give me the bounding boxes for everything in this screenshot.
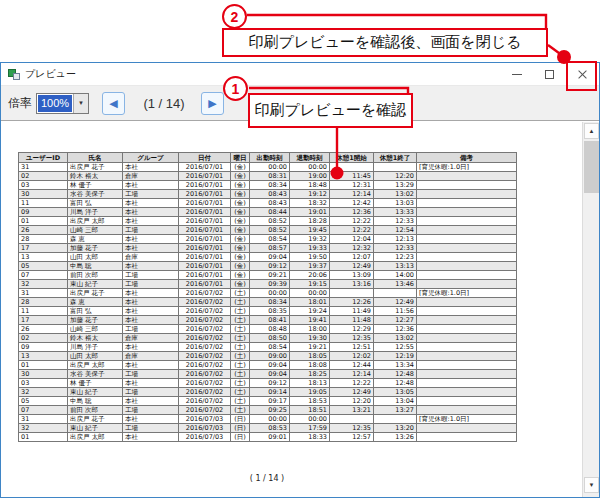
table-cell: 13:46	[374, 280, 417, 289]
column-header: 曜日	[231, 153, 250, 163]
table-cell: 2016/07/01	[179, 226, 231, 235]
close-button[interactable]	[566, 63, 599, 85]
table-cell: 11	[19, 307, 68, 316]
table-cell: 00:00	[250, 163, 290, 172]
table-cell: 19:12	[290, 190, 330, 199]
table-cell: 林 優子	[68, 379, 123, 388]
table-row: 26山崎 三郎工場2016/07/01(金)08:5219:4512:2212:…	[19, 226, 517, 235]
table-cell: 2016/07/03	[179, 415, 231, 424]
scrollbar-thumb[interactable]	[584, 141, 599, 193]
arrow-left-icon: ◀	[109, 97, 117, 110]
table-cell: 08:50	[250, 334, 290, 343]
table-cell: 中島 聡	[68, 397, 123, 406]
table-cell: 12:26	[330, 298, 374, 307]
table-cell: 2016/07/03	[179, 424, 231, 433]
table-row: 30水谷 美保子工場2016/07/01(金)08:4319:1212:1413…	[19, 190, 517, 199]
table-cell: 12:02	[330, 352, 374, 361]
table-cell: 18:00	[290, 325, 330, 334]
table-cell: (土)	[231, 352, 250, 361]
table-cell	[417, 190, 517, 199]
table-cell: 加藤 花子	[68, 316, 123, 325]
table-cell: 2016/07/01	[179, 244, 231, 253]
vertical-scrollbar[interactable]: ▲ ▼	[582, 122, 599, 497]
table-row: 31出戻戸 花子本社2016/07/02(土)00:0000:00[育児休暇:1…	[19, 289, 517, 298]
table-cell: 水谷 美保子	[68, 190, 123, 199]
table-cell: 02	[19, 334, 68, 343]
report-page: ユーザーID氏名グループ日付曜日出勤時刻退勤時刻休憩1開始休憩1終了備考 31出…	[18, 152, 517, 442]
table-cell: 32	[19, 280, 68, 289]
combo-dropdown-button[interactable]: ▼	[73, 94, 88, 113]
table-cell: 13	[19, 352, 68, 361]
table-cell: 08:52	[250, 226, 290, 235]
table-cell: 本社	[123, 415, 179, 424]
table-cell: 本社	[123, 217, 179, 226]
table-cell	[417, 325, 517, 334]
table-cell: 09:00	[250, 352, 290, 361]
table-row: 05中島 聡本社2016/07/01(金)09:1219:3712:4913:1…	[19, 262, 517, 271]
table-cell: 川島 洋子	[68, 208, 123, 217]
chevron-down-icon: ▼	[78, 100, 84, 106]
table-cell: 08:53	[250, 424, 290, 433]
table-cell: 12:51	[330, 343, 374, 352]
table-cell	[417, 424, 517, 433]
table-cell: 00:00	[290, 289, 330, 298]
table-cell: 26	[19, 325, 68, 334]
table-cell: 01	[19, 433, 68, 442]
table-cell: 倉庫	[123, 172, 179, 181]
scroll-down-button[interactable]: ▼	[584, 477, 599, 493]
table-cell: 18:13	[290, 379, 330, 388]
table-cell: 本社	[123, 235, 179, 244]
table-cell: 2016/07/01	[179, 262, 231, 271]
table-cell: 13:20	[374, 424, 417, 433]
table-cell: 12:36	[374, 325, 417, 334]
column-header: 氏名	[68, 153, 123, 163]
maximize-button[interactable]	[533, 63, 566, 85]
scroll-up-button[interactable]: ▲	[584, 123, 599, 139]
table-cell: 東山 紀子	[68, 388, 123, 397]
table-cell: (金)	[231, 253, 250, 262]
table-cell: 本社	[123, 244, 179, 253]
table-cell: 倉庫	[123, 253, 179, 262]
step-2-badge: 2	[222, 4, 247, 29]
table-cell: 13:02	[374, 190, 417, 199]
table-cell: 2016/07/01	[179, 199, 231, 208]
table-cell: 2016/07/01	[179, 190, 231, 199]
table-cell: 12:35	[330, 424, 374, 433]
table-cell: (土)	[231, 289, 250, 298]
table-cell: 18:05	[290, 352, 330, 361]
table-cell: 2016/07/02	[179, 298, 231, 307]
table-cell: 13:16	[330, 280, 374, 289]
table-cell: 09	[19, 343, 68, 352]
table-cell: 本社	[123, 361, 179, 370]
table-cell: 12:20	[374, 172, 417, 181]
table-cell: 2016/07/02	[179, 289, 231, 298]
table-cell: 17	[19, 316, 68, 325]
maximize-icon	[545, 70, 554, 79]
table-cell: 00:00	[250, 289, 290, 298]
table-cell: 07	[19, 406, 68, 415]
previous-page-button[interactable]: ◀	[102, 92, 125, 115]
table-cell: 2016/07/01	[179, 208, 231, 217]
table-cell: 08:31	[250, 172, 290, 181]
table-cell: 工場	[123, 226, 179, 235]
table-cell: 08:54	[250, 235, 290, 244]
table-cell: (土)	[231, 334, 250, 343]
minimize-button[interactable]	[500, 63, 533, 85]
zoom-ratio-value: 100%	[38, 95, 72, 112]
table-cell: 01	[19, 217, 68, 226]
table-cell: 本社	[123, 262, 179, 271]
zoom-ratio-select[interactable]: 100% ▼	[36, 93, 89, 114]
table-cell: 01	[19, 361, 68, 370]
column-header: 退勤時刻	[290, 153, 330, 163]
table-cell: 2016/07/02	[179, 379, 231, 388]
table-cell: 13:09	[330, 271, 374, 280]
table-cell: 2016/07/02	[179, 307, 231, 316]
table-cell: 19:15	[290, 280, 330, 289]
table-cell: 2016/07/01	[179, 217, 231, 226]
table-cell	[417, 352, 517, 361]
table-cell: 出戻戸 太郎	[68, 433, 123, 442]
table-cell: 12:48	[374, 370, 417, 379]
table-cell: (土)	[231, 343, 250, 352]
table-cell: 2016/07/01	[179, 172, 231, 181]
next-page-button[interactable]: ▶	[201, 92, 224, 115]
